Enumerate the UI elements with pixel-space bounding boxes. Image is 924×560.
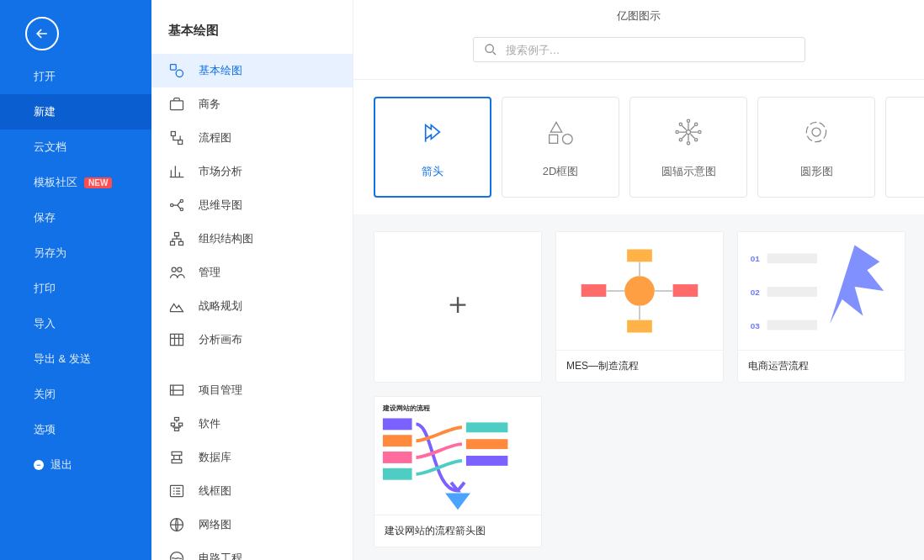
- sidebar-item-11[interactable]: −退出: [0, 447, 151, 483]
- svg-rect-43: [627, 320, 652, 333]
- sidebar-item-label: 模板社区: [34, 175, 77, 190]
- new-blank-card[interactable]: ＋: [374, 231, 542, 383]
- template-card[interactable]: MES—制造流程: [555, 231, 724, 383]
- tile-icon: [416, 115, 449, 149]
- template-type-tile[interactable]: 列: [885, 97, 924, 198]
- template-type-tile[interactable]: 箭头: [374, 97, 491, 198]
- back-arrow-icon: [34, 25, 50, 42]
- category-label: 管理: [199, 265, 220, 280]
- category-item[interactable]: 流程图: [151, 121, 353, 155]
- svg-rect-10: [179, 241, 183, 245]
- category-item[interactable]: 项目管理: [151, 373, 353, 407]
- svg-rect-15: [175, 418, 179, 420]
- main-area: 亿图图示 箭头2D框图圆辐示意图圆形图列 ＋MES—制造流程010203电商运营…: [353, 0, 924, 560]
- svg-point-12: [178, 267, 182, 272]
- content-scroll[interactable]: 箭头2D框图圆辐示意图圆形图列 ＋MES—制造流程010203电商运营流程建设网…: [353, 79, 924, 560]
- sidebar-item-7[interactable]: 导入: [0, 306, 151, 341]
- svg-point-28: [687, 119, 689, 122]
- category-label: 数据库: [199, 450, 231, 465]
- category-item[interactable]: 市场分析: [151, 155, 353, 188]
- category-item[interactable]: 组织结构图: [151, 222, 353, 256]
- category-item[interactable]: 管理: [151, 256, 353, 289]
- svg-rect-16: [171, 423, 174, 425]
- svg-rect-18: [175, 428, 179, 431]
- category-item[interactable]: 网络图: [151, 508, 353, 542]
- category-label: 基本绘图: [199, 63, 242, 78]
- sidebar-item-1[interactable]: 新建: [0, 94, 151, 129]
- search-icon: [484, 43, 497, 56]
- category-icon: [168, 298, 185, 314]
- category-label: 市场分析: [199, 164, 242, 179]
- category-item[interactable]: 线框图: [151, 474, 353, 508]
- sidebar-item-label: 导入: [34, 316, 56, 331]
- svg-rect-50: [767, 253, 817, 263]
- svg-rect-60: [466, 456, 508, 466]
- category-icon: [168, 382, 185, 399]
- template-type-tile[interactable]: 2D框图: [502, 97, 619, 198]
- search-bar: [353, 24, 924, 79]
- category-label: 分析画布: [199, 332, 242, 347]
- template-thumbnail: [556, 232, 723, 350]
- template-card[interactable]: 建设网站的流程建设网站的流程箭头图: [374, 396, 542, 547]
- category-label: 思维导图: [199, 198, 242, 213]
- svg-rect-59: [466, 439, 508, 449]
- sidebar-item-9[interactable]: 关闭: [0, 377, 151, 412]
- template-card-label: 电商运营流程: [738, 350, 905, 382]
- tile-icon: [544, 115, 577, 149]
- tile-label: 2D框图: [543, 164, 579, 179]
- category-label: 线框图: [199, 483, 231, 499]
- category-item[interactable]: 思维导图: [151, 188, 353, 222]
- back-button[interactable]: [25, 17, 59, 50]
- sidebar-item-label: 新建: [34, 104, 56, 119]
- search-input-wrapper[interactable]: [473, 37, 805, 62]
- search-input[interactable]: [506, 44, 794, 56]
- category-icon: [168, 129, 185, 146]
- category-item[interactable]: 数据库: [151, 441, 353, 474]
- svg-rect-0: [171, 65, 177, 71]
- sidebar-item-2[interactable]: 云文档: [0, 129, 151, 165]
- svg-point-29: [687, 142, 689, 145]
- sidebar-item-0[interactable]: 打开: [0, 59, 151, 94]
- sidebar-item-label: 另存为: [34, 246, 66, 261]
- category-item[interactable]: 分析画布: [151, 323, 353, 357]
- sidebar-item-label: 退出: [50, 457, 72, 473]
- category-item[interactable]: 基本绘图: [151, 54, 353, 87]
- svg-rect-45: [673, 284, 698, 297]
- template-type-tile[interactable]: 圆辐示意图: [629, 97, 747, 198]
- svg-point-7: [180, 208, 183, 210]
- sidebar-item-label: 选项: [34, 422, 56, 437]
- sidebar-item-5[interactable]: 另存为: [0, 235, 151, 271]
- svg-point-46: [624, 276, 655, 306]
- category-icon: [168, 62, 185, 79]
- category-item[interactable]: 软件: [151, 407, 353, 441]
- svg-point-34: [679, 139, 682, 141]
- template-type-tile[interactable]: 圆形图: [757, 97, 875, 198]
- svg-rect-42: [627, 250, 652, 262]
- svg-rect-17: [179, 423, 183, 425]
- category-sidebar: 基本绘图 基本绘图商务流程图市场分析思维导图组织结构图管理战略规划分析画布 项目…: [151, 0, 353, 560]
- svg-point-32: [679, 123, 682, 125]
- category-item[interactable]: 电路工程: [151, 542, 353, 560]
- sidebar-item-4[interactable]: 保存: [0, 200, 151, 235]
- category-label: 战略规划: [199, 298, 242, 314]
- sidebar-item-6[interactable]: 打印: [0, 271, 151, 306]
- svg-rect-54: [383, 418, 412, 430]
- sidebar-item-10[interactable]: 选项: [0, 412, 151, 447]
- tile-label: 箭头: [422, 164, 443, 179]
- category-item[interactable]: 战略规划: [151, 289, 353, 323]
- sidebar-item-label: 云文档: [34, 140, 66, 155]
- template-card[interactable]: 010203电商运营流程: [737, 231, 905, 383]
- category-icon: [168, 483, 185, 499]
- svg-point-31: [698, 130, 701, 133]
- svg-rect-13: [171, 334, 183, 345]
- svg-rect-51: [767, 287, 817, 297]
- sidebar-item-label: 打印: [34, 281, 56, 296]
- sidebar-item-8[interactable]: 导出 & 发送: [0, 341, 151, 377]
- category-icon: [168, 331, 185, 348]
- tile-label: 圆形图: [800, 164, 833, 179]
- sidebar: 打开新建云文档模板社区NEW保存另存为打印导入导出 & 发送关闭选项−退出: [0, 0, 151, 560]
- category-label: 网络图: [199, 517, 231, 532]
- category-item[interactable]: 商务: [151, 87, 353, 121]
- tile-icon: [672, 115, 705, 149]
- sidebar-item-3[interactable]: 模板社区NEW: [0, 165, 151, 200]
